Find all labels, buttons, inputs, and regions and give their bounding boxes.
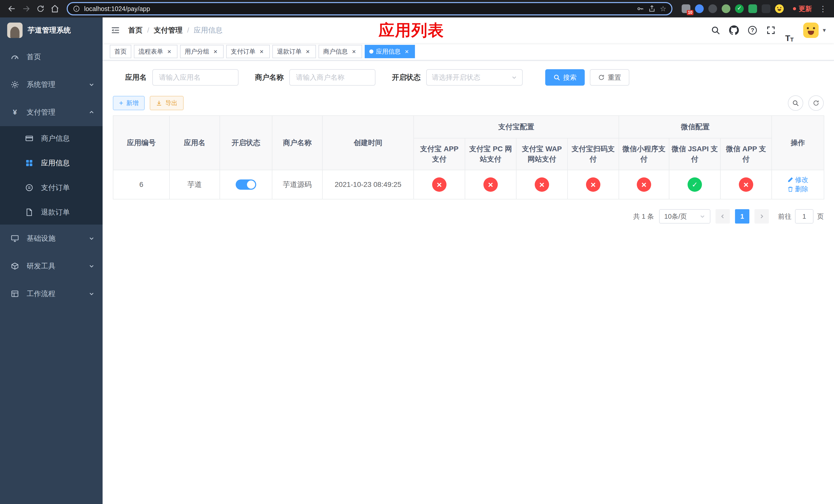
breadcrumb-separator: /: [147, 26, 149, 35]
merchant-name-input[interactable]: [289, 69, 375, 86]
goto-unit-label: 页: [817, 212, 824, 221]
status-toggle[interactable]: [236, 180, 256, 190]
document-icon: [25, 208, 34, 216]
tab-home[interactable]: 首页: [110, 45, 131, 58]
update-dot-icon: [793, 7, 796, 10]
sidebar-toggle[interactable]: [103, 18, 128, 43]
fullscreen-icon-button[interactable]: [762, 18, 780, 43]
cell-app-name: 芋道: [170, 170, 220, 199]
refresh-icon: [598, 74, 605, 81]
share-icon[interactable]: [648, 5, 656, 13]
gear-icon: [10, 81, 20, 89]
export-button[interactable]: 导出: [150, 96, 184, 110]
reset-button[interactable]: 重置: [590, 69, 629, 86]
cell-app-id: 6: [113, 170, 170, 199]
check-extension-icon[interactable]: [735, 4, 744, 13]
pagination-total: 共 1 条: [633, 212, 654, 221]
toolbox-icon: [10, 262, 20, 270]
tab-merchant-info[interactable]: 商户信息×: [319, 45, 362, 58]
app-logo[interactable]: 芋道管理系统: [0, 18, 103, 43]
close-icon[interactable]: ×: [166, 48, 173, 55]
sidebar: 芋道管理系统 首页 系统管理 ¥ 支付管理: [0, 18, 103, 504]
extension-badge: 10: [687, 10, 694, 15]
emoji-extension-icon[interactable]: [775, 4, 784, 13]
table-toolbar: + 新增 导出: [113, 95, 824, 111]
reload-button[interactable]: [34, 2, 47, 15]
back-button[interactable]: [5, 2, 19, 15]
status-label: 开启状态: [387, 72, 421, 82]
delete-link[interactable]: 删除: [787, 185, 808, 193]
github-icon-button[interactable]: [725, 18, 743, 43]
edit-link[interactable]: 修改: [787, 175, 808, 184]
close-icon[interactable]: ×: [258, 48, 265, 55]
next-page-button[interactable]: [754, 209, 769, 224]
sidebar-subitem-refund-order[interactable]: 退款订单: [0, 200, 103, 225]
group-header-alipay: 支付宝配置: [414, 116, 619, 138]
sidebar-subitem-app-info[interactable]: 应用信息: [0, 151, 103, 175]
page-1-button[interactable]: 1: [735, 209, 749, 224]
chevron-down-icon: [89, 235, 94, 241]
column-header: 开启状态: [220, 116, 272, 170]
sidebar-subitem-pay-order[interactable]: 支付订单: [0, 175, 103, 200]
active-dot-icon: [369, 49, 373, 53]
tab-process-form[interactable]: 流程表单×: [134, 45, 177, 58]
goto-input[interactable]: [795, 209, 813, 224]
url-bar[interactable]: localhost:1024/pay/app ☆: [67, 2, 673, 15]
sidebar-item-workflow[interactable]: 工作流程: [0, 280, 103, 307]
search-icon-button[interactable]: [707, 18, 724, 43]
close-icon[interactable]: ×: [212, 48, 219, 55]
user-avatar[interactable]: [803, 23, 819, 38]
extension-icon[interactable]: [748, 4, 757, 13]
tab-refund-order[interactable]: 退款订单×: [272, 45, 316, 58]
sidebar-item-dev-tools[interactable]: 研发工具: [0, 252, 103, 280]
app-table: 应用编号 应用名 开启状态 商户名称 创建时间 支付宝配置 微信配置 操作 支付…: [113, 115, 824, 200]
forward-button[interactable]: [20, 2, 33, 15]
tab-app-info[interactable]: 应用信息×: [365, 45, 415, 58]
sidebar-subitem-merchant-info[interactable]: 商户信息: [0, 126, 103, 151]
status-select[interactable]: 请选择开启状态: [426, 69, 523, 86]
tab-pay-order[interactable]: 支付订单×: [226, 45, 270, 58]
help-icon-button[interactable]: ?: [744, 18, 761, 43]
credit-card-icon: [25, 134, 34, 142]
prev-page-button[interactable]: [716, 209, 730, 224]
column-header: 微信 APP 支付: [720, 138, 772, 170]
refresh-table-button[interactable]: [808, 95, 824, 111]
close-icon[interactable]: ×: [304, 48, 311, 55]
info-icon[interactable]: [73, 5, 80, 12]
key-icon[interactable]: [636, 5, 644, 13]
search-icon: [553, 74, 560, 81]
puzzle-extension-icon[interactable]: 10: [682, 4, 690, 13]
toggle-search-button[interactable]: [788, 95, 803, 111]
breadcrumb-home[interactable]: 首页: [128, 25, 142, 35]
refresh-icon: [813, 100, 819, 107]
extension-icon[interactable]: [722, 4, 730, 13]
search-icon: [792, 100, 799, 107]
extension-icon[interactable]: [695, 4, 704, 13]
add-button[interactable]: + 新增: [113, 96, 145, 110]
update-button[interactable]: 更新: [789, 4, 816, 13]
extension-icon[interactable]: [708, 4, 717, 13]
breadcrumb-current: 应用信息: [194, 25, 223, 35]
close-icon[interactable]: ×: [350, 48, 357, 55]
sidebar-item-payment-management[interactable]: ¥ 支付管理: [0, 98, 103, 126]
font-size-icon-button[interactable]: TT: [781, 18, 798, 43]
search-button[interactable]: 搜索: [545, 69, 585, 86]
sidebar-item-home[interactable]: 首页: [0, 43, 103, 71]
close-icon[interactable]: ×: [403, 48, 410, 55]
monitor-icon: [10, 234, 20, 243]
chevron-right-icon: [759, 213, 765, 219]
sidebar-item-infrastructure[interactable]: 基础设施: [0, 225, 103, 252]
breadcrumb-payment[interactable]: 支付管理: [154, 25, 182, 35]
home-button[interactable]: [48, 2, 62, 15]
bookmark-star-icon[interactable]: ☆: [660, 5, 666, 13]
sidebar-item-system-management[interactable]: 系统管理: [0, 71, 103, 98]
merchant-name-label: 商户名称: [250, 72, 284, 82]
table-row: 6 芋道 芋道源码 2021-10-23 08:49:25: [113, 170, 824, 199]
dark-puzzle-extension-icon[interactable]: [762, 4, 770, 13]
browser-menu-button[interactable]: ⋮: [817, 4, 829, 13]
tab-user-group[interactable]: 用户分组×: [180, 45, 224, 58]
caret-down-icon[interactable]: ▼: [822, 27, 827, 33]
app-name-input[interactable]: [152, 69, 239, 86]
pencil-icon: [787, 177, 793, 183]
page-size-select[interactable]: 10条/页: [659, 209, 710, 224]
